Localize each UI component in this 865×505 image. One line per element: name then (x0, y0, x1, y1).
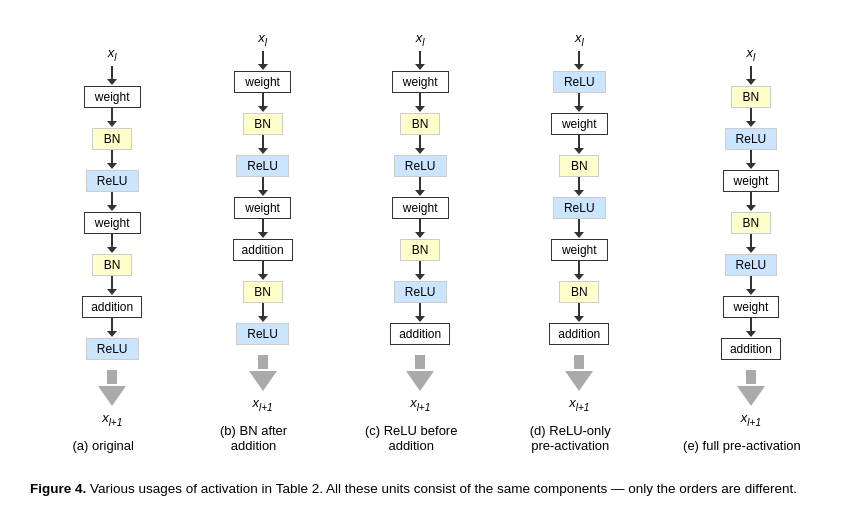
node-c-bn1: BN (400, 113, 440, 135)
arrow-d-1 (578, 51, 580, 65)
arrow-d-7 (578, 303, 580, 317)
node-d-relu2: ReLU (553, 197, 606, 219)
big-arrow-e (737, 386, 765, 406)
xi-label-e: xl (747, 45, 756, 63)
node-b-weight2: weight (234, 197, 291, 219)
arrow-b-2 (262, 93, 264, 107)
label-e: (e) full pre-activation (683, 438, 801, 453)
arrow-e-4 (750, 192, 752, 206)
arrow-c-2 (419, 93, 421, 107)
arrow-a-1 (111, 66, 113, 80)
arrow-b-6 (262, 261, 264, 275)
node-b-bn1: BN (243, 113, 283, 135)
big-arrow-c (406, 371, 434, 391)
node-c-weight1: weight (392, 71, 449, 93)
arrow-d-6 (578, 261, 580, 275)
arrow-c-4 (419, 177, 421, 191)
diagrams-row: xl weight BN ReLU weight BN (30, 20, 835, 463)
arrow-e-3 (750, 150, 752, 164)
node-b-addition: addition (233, 239, 293, 261)
node-e-bn1: BN (731, 86, 771, 108)
arrow-c-3 (419, 135, 421, 149)
node-e-addition: addition (721, 338, 781, 360)
xi1-label-b: xl+1 (253, 395, 273, 413)
diagram-c-col: xl weight BN ReLU weight BN (390, 30, 450, 415)
node-d-relu1: ReLU (553, 71, 606, 93)
arrow-d-5 (578, 219, 580, 233)
xi1-label-c: xl+1 (410, 395, 430, 413)
node-c-bn2: BN (400, 239, 440, 261)
big-arrow-b (249, 371, 277, 391)
caption-text: Various usages of activation in Table 2.… (86, 481, 797, 496)
arrow-e-5 (750, 234, 752, 248)
arrow-b-7 (262, 303, 264, 317)
arrow-e-7 (750, 318, 752, 332)
xi1-label-a: xl+1 (102, 410, 122, 428)
diagram-b: xl weight BN ReLU weight addition (215, 30, 293, 453)
arrow-a-6 (111, 276, 113, 290)
xi-label-c: xl (416, 30, 425, 48)
arrow-a-7 (111, 318, 113, 332)
label-a: (a) original (72, 438, 133, 453)
figure-container: xl weight BN ReLU weight BN (30, 20, 835, 499)
arrow-c-6 (419, 261, 421, 275)
arrow-c-7 (419, 303, 421, 317)
node-b-relu2: ReLU (236, 323, 289, 345)
node-d-weight2: weight (551, 239, 608, 261)
diagram-a-col: xl weight BN ReLU weight BN (82, 45, 142, 430)
diagram-e: xl BN ReLU weight BN ReLU (683, 45, 801, 453)
big-arrow-stem-d (574, 355, 584, 369)
node-c-weight2: weight (392, 197, 449, 219)
arrow-a-5 (111, 234, 113, 248)
node-e-weight1: weight (723, 170, 780, 192)
diagram-e-col: xl BN ReLU weight BN ReLU (721, 45, 781, 430)
arrow-d-4 (578, 177, 580, 191)
arrow-b-3 (262, 135, 264, 149)
xi1-label-e: xl+1 (741, 410, 761, 428)
big-arrow-stem-e (746, 370, 756, 384)
diagram-c: xl weight BN ReLU weight BN (365, 30, 457, 453)
diagram-d-col: xl ReLU weight BN ReLU weight (549, 30, 609, 415)
arrow-a-2 (111, 108, 113, 122)
arrow-b-1 (262, 51, 264, 65)
arrow-b-4 (262, 177, 264, 191)
node-a-weight2: weight (84, 212, 141, 234)
node-e-relu2: ReLU (725, 254, 778, 276)
node-a-weight1: weight (84, 86, 141, 108)
xi1-label-d: xl+1 (569, 395, 589, 413)
node-e-weight2: weight (723, 296, 780, 318)
big-arrow-stem-a (107, 370, 117, 384)
node-a-relu2: ReLU (86, 338, 139, 360)
big-arrow-d (565, 371, 593, 391)
node-c-addition: addition (390, 323, 450, 345)
label-d: (d) ReLU-onlypre-activation (530, 423, 611, 453)
arrow-c-1 (419, 51, 421, 65)
diagram-b-col: xl weight BN ReLU weight addition (233, 30, 293, 415)
node-e-bn2: BN (731, 212, 771, 234)
node-d-addition: addition (549, 323, 609, 345)
arrow-a-4 (111, 192, 113, 206)
arrow-a-3 (111, 150, 113, 164)
node-d-weight1: weight (551, 113, 608, 135)
figure-label: Figure 4. (30, 481, 86, 496)
arrow-b-5 (262, 219, 264, 233)
node-b-bn2: BN (243, 281, 283, 303)
xi-label-d: xl (575, 30, 584, 48)
arrow-d-3 (578, 135, 580, 149)
big-arrow-a (98, 386, 126, 406)
xi-label-b: xl (258, 30, 267, 48)
arrow-e-6 (750, 276, 752, 290)
node-d-bn2: BN (559, 281, 599, 303)
xi-label-a: xl (108, 45, 117, 63)
arrow-c-5 (419, 219, 421, 233)
node-b-weight1: weight (234, 71, 291, 93)
node-e-relu1: ReLU (725, 128, 778, 150)
arrow-d-2 (578, 93, 580, 107)
node-a-relu1: ReLU (86, 170, 139, 192)
node-d-bn1: BN (559, 155, 599, 177)
big-arrow-stem-b (258, 355, 268, 369)
diagram-d: xl ReLU weight BN ReLU weight (530, 30, 611, 453)
figure-caption: Figure 4. Various usages of activation i… (30, 479, 830, 499)
node-a-bn2: BN (92, 254, 132, 276)
big-arrow-stem-c (415, 355, 425, 369)
